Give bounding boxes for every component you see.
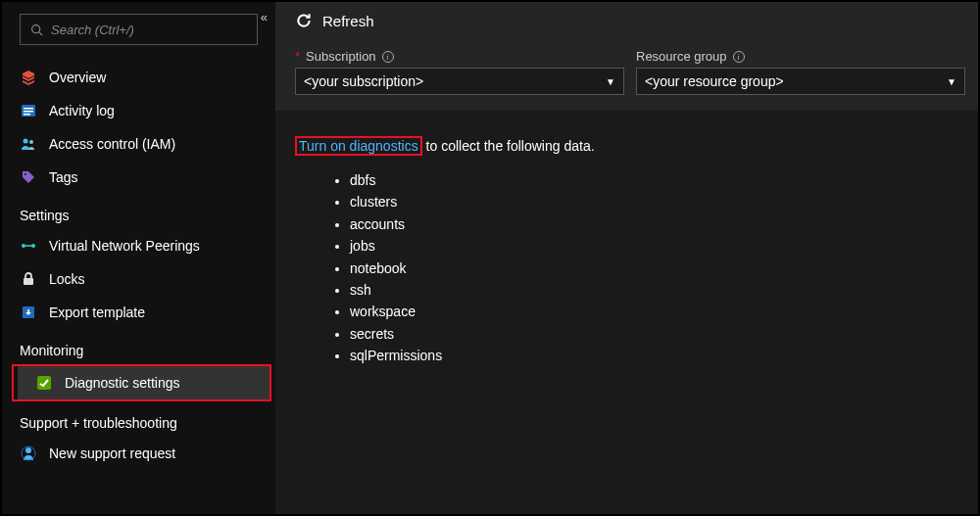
nav-label: Export template <box>49 305 145 320</box>
collapse-sidebar-button[interactable]: « <box>261 10 268 24</box>
subscription-filter: * Subscription i <your subscription> ▼ <box>295 49 624 95</box>
activity-log-icon <box>20 102 37 119</box>
subscription-dropdown[interactable]: <your subscription> ▼ <box>295 68 624 95</box>
svg-point-14 <box>25 447 31 453</box>
list-item: accounts <box>350 213 965 235</box>
svg-rect-13 <box>37 376 51 390</box>
diagnostic-settings-icon <box>35 374 53 392</box>
info-icon[interactable]: i <box>733 51 745 63</box>
svg-rect-5 <box>24 114 30 116</box>
svg-point-9 <box>31 244 35 248</box>
main-content: Refresh * Subscription i <your subscript… <box>275 2 980 514</box>
list-item: ssh <box>350 279 965 301</box>
nav-label: Overview <box>49 70 106 85</box>
nav-label: Access control (IAM) <box>49 136 175 152</box>
access-control-icon <box>20 135 37 153</box>
resource-group-filter: Resource group i <your resource group> ▼ <box>636 49 965 95</box>
diagnostics-prompt: Turn on diagnostics to collect the follo… <box>275 111 980 393</box>
svg-point-7 <box>29 140 33 144</box>
info-icon[interactable]: i <box>382 51 394 63</box>
svg-rect-4 <box>24 111 33 113</box>
databricks-icon <box>20 69 37 86</box>
refresh-icon[interactable] <box>295 12 313 29</box>
sidebar-item-overview[interactable]: Overview <box>2 61 275 94</box>
subscription-value: <your subscription> <box>304 73 423 89</box>
highlight-diagnostic-settings: Diagnostic settings <box>12 364 271 401</box>
list-item: secrets <box>350 323 965 345</box>
list-item: notebook <box>350 258 965 279</box>
resource-group-value: <your resource group> <box>645 73 784 89</box>
sidebar-item-vnet-peerings[interactable]: Virtual Network Peerings <box>2 229 275 262</box>
nav-label: Tags <box>49 169 78 185</box>
list-item: clusters <box>350 191 965 212</box>
toolbar: Refresh <box>275 2 980 39</box>
chevron-down-icon: ▼ <box>606 76 615 87</box>
diagnostics-follow-text: to collect the following data. <box>422 138 595 154</box>
sidebar-item-export-template[interactable]: Export template <box>2 296 275 329</box>
section-header-monitoring: Monitoring <box>2 329 275 364</box>
nav-label: Virtual Network Peerings <box>49 238 200 254</box>
diagnostics-data-list: dbfsclustersaccountsjobsnotebooksshworks… <box>350 169 965 367</box>
section-header-settings: Settings <box>2 194 275 229</box>
svg-rect-11 <box>24 278 33 285</box>
nav-label: Locks <box>49 271 85 287</box>
sidebar-item-tags[interactable]: Tags <box>2 161 275 194</box>
tags-icon <box>20 168 37 186</box>
svg-point-0 <box>32 24 40 32</box>
sidebar-item-new-support-request[interactable]: New support request <box>2 437 275 470</box>
turn-on-diagnostics-link[interactable]: Turn on diagnostics <box>299 138 418 154</box>
sidebar-item-locks[interactable]: Locks <box>2 262 275 296</box>
search-icon <box>30 23 43 36</box>
filter-bar: * Subscription i <your subscription> ▼ R… <box>275 39 980 111</box>
subscription-label: * Subscription i <box>295 49 624 64</box>
svg-line-1 <box>39 31 42 34</box>
resource-group-label: Resource group i <box>636 49 965 64</box>
section-header-support: Support + troubleshooting <box>2 401 275 437</box>
support-icon <box>20 445 37 462</box>
list-item: dbfs <box>350 169 965 191</box>
required-asterisk: * <box>295 49 300 64</box>
search-input[interactable]: Search (Ctrl+/) <box>20 14 258 45</box>
sidebar-item-diagnostic-settings[interactable]: Diagnostic settings <box>18 366 270 399</box>
locks-icon <box>20 270 37 288</box>
search-placeholder: Search (Ctrl+/) <box>51 23 134 37</box>
nav-label: Diagnostic settings <box>65 375 180 391</box>
refresh-button[interactable]: Refresh <box>322 13 374 29</box>
sidebar: « Search (Ctrl+/) Overview Activity log … <box>2 2 275 514</box>
sidebar-item-activity-log[interactable]: Activity log <box>2 94 275 127</box>
svg-point-8 <box>22 244 25 248</box>
list-item: workspace <box>350 301 965 322</box>
svg-point-6 <box>24 139 28 144</box>
vnet-peerings-icon <box>20 237 37 255</box>
resource-group-dropdown[interactable]: <your resource group> ▼ <box>636 68 965 95</box>
highlight-turn-on-diagnostics: Turn on diagnostics <box>295 136 422 156</box>
chevron-down-icon: ▼ <box>947 76 956 87</box>
sidebar-item-access-control[interactable]: Access control (IAM) <box>2 127 275 161</box>
nav-label: Activity log <box>49 103 115 118</box>
list-item: jobs <box>350 235 965 257</box>
svg-rect-3 <box>24 108 33 110</box>
export-template-icon <box>20 304 37 321</box>
nav-label: New support request <box>49 446 175 461</box>
list-item: sqlPermissions <box>350 345 965 366</box>
